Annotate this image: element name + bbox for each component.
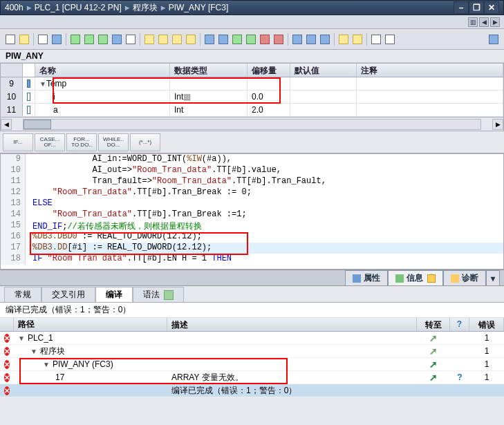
tab-properties[interactable]: 属性 [345, 270, 388, 285]
table-row[interactable]: 9▼ Temp [1, 77, 503, 91]
tool-icon[interactable] [6, 35, 15, 44]
tag-icon [27, 79, 30, 88]
download-icon[interactable] [112, 35, 122, 44]
tool-icon[interactable] [126, 35, 136, 44]
variable-table: 名称 数据类型 偏移量 默认值 注释 9▼ Temp10iInt ▦0.011a… [0, 63, 504, 117]
result-row[interactable]: ✕▼PIW_ANY (FC3)➚1 [0, 358, 504, 371]
tool-icon[interactable] [84, 35, 94, 44]
goto-icon[interactable]: ➚ [429, 359, 438, 370]
results-table: ✕▼PLC_1➚1✕▼程序块➚1✕▼PIW_ANY (FC3)➚1✕17ARRA… [0, 332, 504, 397]
col-type[interactable]: 数据类型 [170, 64, 248, 77]
block-name: PIW_ANY [0, 50, 504, 63]
caret-right-icon[interactable]: ▶ [490, 17, 500, 27]
tool-icon[interactable] [232, 35, 242, 44]
error-icon: ✕ [4, 360, 10, 369]
warning-icon [427, 274, 436, 283]
goto-icon[interactable]: ➚ [429, 346, 438, 357]
table-scrollbar[interactable]: ◀ ▶ [0, 117, 504, 131]
tool-icon[interactable] [292, 35, 302, 44]
result-row[interactable]: ✕17ARRAY 变量无效。➚?1 [0, 371, 504, 384]
subtab-general[interactable]: 常规 [4, 287, 41, 302]
code-line[interactable]: 17%DB3.DD[#i] := REAL_TO_DWORD(12.12); [1, 243, 503, 254]
tag-icon [27, 106, 30, 114]
layout-icon[interactable] [489, 35, 498, 44]
goto-icon[interactable]: ➚ [429, 332, 438, 343]
tool-icon[interactable] [320, 35, 330, 44]
snippet-comment[interactable]: (*...*) [130, 133, 160, 151]
col-comment[interactable]: 注释 [357, 64, 503, 77]
tool-icon[interactable] [385, 35, 395, 44]
result-row[interactable]: ✕▼程序块➚1 [0, 345, 504, 358]
tool-icon[interactable] [371, 35, 381, 44]
snippet-case[interactable]: CASE...OF... [35, 133, 65, 151]
table-row[interactable]: 10iInt ▦0.0 [1, 91, 503, 104]
subtab-syntax[interactable]: 语法 [133, 287, 184, 302]
tool-icon[interactable] [246, 35, 256, 44]
collapse-button[interactable]: ▾ [486, 270, 500, 285]
col-goto[interactable]: 转至 [417, 318, 450, 331]
save-icon[interactable] [38, 35, 48, 44]
tool-icon[interactable] [260, 35, 270, 44]
gear-icon [353, 274, 361, 283]
tool-icon[interactable] [353, 35, 362, 44]
col-default[interactable]: 默认值 [290, 64, 357, 77]
col-name[interactable]: 名称 [35, 64, 170, 77]
code-line[interactable]: 11 Tran_fault=>"Room_Tran_data".TT[#b].T… [1, 176, 503, 187]
code-line[interactable]: 18IF "Room Tran data".TT[#b].EN H = 1 TH… [1, 254, 503, 265]
info-icon [395, 274, 404, 283]
code-line[interactable]: 9 AI_in:=WORD_TO_INT(%IW(#a)), [1, 154, 503, 165]
indent-icon[interactable] [205, 35, 214, 44]
tool-icon[interactable] [52, 35, 62, 44]
col-desc[interactable]: 描述 [167, 318, 417, 331]
table-row[interactable]: 11aInt2.0 [1, 104, 503, 117]
code-editor[interactable]: 9 AI_in:=WORD_TO_INT(%IW(#a)),10 AI_out=… [0, 153, 504, 270]
redo-icon[interactable] [158, 35, 168, 44]
subtab-xref[interactable]: 交叉引用 [41, 287, 95, 302]
outdent-icon[interactable] [218, 35, 228, 44]
compile-status: 编译已完成（错误：1；警告：0） [0, 303, 504, 318]
undo-icon[interactable] [144, 35, 154, 44]
tool-icon[interactable] [306, 35, 316, 44]
tool-icon[interactable] [186, 35, 196, 44]
maximize-button[interactable]: ❐ [469, 1, 484, 14]
code-line[interactable]: 13ELSE [1, 198, 503, 209]
col-help[interactable]: ? [450, 318, 469, 331]
code-line[interactable]: 14 "Room_Tran_data".TT[#b].Tran_Break :=… [1, 209, 503, 220]
refresh-icon[interactable] [164, 290, 174, 300]
error-icon: ✕ [4, 334, 10, 343]
crumb-1[interactable]: PLC_1 [CPU 412-2 PN] [35, 3, 122, 12]
snippet-if[interactable]: IF... [3, 133, 33, 151]
window-split-icon[interactable]: ▥ [468, 17, 478, 27]
crumb-2[interactable]: 程序块 [133, 2, 158, 14]
result-row[interactable]: ✕编译已完成（错误：1；警告：0） [0, 384, 504, 397]
code-line[interactable]: 16%DB3.DBD0 := REAL_TO_DWORD(12.12); [1, 232, 503, 243]
main-toolbar [0, 29, 504, 50]
code-line[interactable]: 12 "Room_Tran_data".TT[#b].Tran_Break :=… [1, 187, 503, 198]
tool-icon[interactable] [71, 35, 80, 44]
snippet-while[interactable]: WHILE..DO... [98, 133, 129, 151]
results-header: 路径 描述 转至 ? 错误 [0, 318, 504, 332]
error-icon: ✕ [4, 386, 10, 395]
tool-icon[interactable] [98, 35, 108, 44]
inspector-tabs: 属性 信息 诊断 ▾ [0, 270, 504, 286]
goto-icon[interactable]: ➚ [429, 372, 438, 383]
caret-left-icon[interactable]: ◀ [479, 17, 489, 27]
tool-icon[interactable] [172, 35, 182, 44]
tab-info[interactable]: 信息 [388, 270, 443, 285]
col-offset[interactable]: 偏移量 [248, 64, 290, 77]
snippet-for[interactable]: FOR...TO DO.. [66, 133, 97, 151]
tool-icon[interactable] [19, 35, 29, 44]
tab-diagnostics[interactable]: 诊断 [443, 270, 486, 285]
tool-icon[interactable] [274, 35, 283, 44]
tool-icon[interactable] [339, 35, 348, 44]
close-button[interactable]: ✕ [484, 1, 499, 14]
result-row[interactable]: ✕▼PLC_1➚1 [0, 332, 504, 345]
crumb-3[interactable]: PIW_ANY [FC3] [169, 3, 228, 12]
code-line[interactable]: 10 AI_out=>"Room_Tran_data".TT[#b].value… [1, 165, 503, 176]
code-line[interactable]: 15END_IF;//若传感器未断线，则根据量程转换 [1, 220, 503, 232]
col-path[interactable]: 路径 [14, 318, 167, 331]
subtab-compile[interactable]: 编译 [95, 287, 133, 302]
col-errors[interactable]: 错误 [469, 318, 504, 331]
minimize-button[interactable]: – [454, 1, 469, 14]
crumb-0[interactable]: 400h [5, 3, 24, 12]
